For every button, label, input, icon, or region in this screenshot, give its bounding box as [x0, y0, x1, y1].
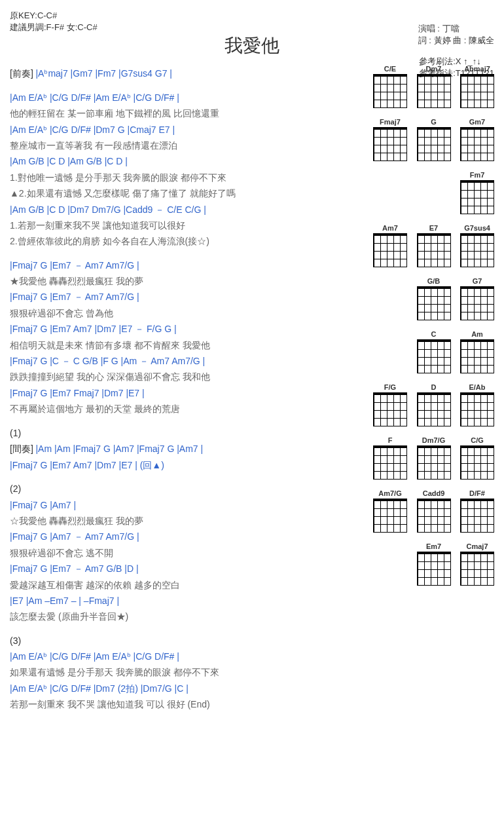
- chord-line: |Fmaj7 G |Am7 － Am7 Am7/G |: [10, 529, 367, 544]
- chord-diagram-name: Am7/G: [373, 489, 407, 497]
- section-2: (2): [10, 481, 367, 496]
- lyric-line: 相信明天就是未來 情節有多壞 都不肯醒來 我愛他: [10, 338, 367, 352]
- chord-diagram: D: [417, 383, 451, 428]
- chord-diagram: F: [373, 436, 407, 481]
- lyric-line: ▲2.如果還有遺憾 又怎麼樣呢 傷了痛了懂了 就能好了嗎: [10, 186, 367, 200]
- lyric-line: 該怎麼去愛 (原曲升半音回★): [10, 609, 367, 624]
- chord-diagram: E7: [417, 224, 451, 269]
- chord-line: |Am E/Aᵇ |C/G D/F# |Am E/Aᵇ |C/G D/F# |: [10, 649, 367, 664]
- section-1: (1): [10, 426, 367, 440]
- chord-diagram: [373, 542, 407, 588]
- chord-diagram-name: C/E: [373, 65, 407, 73]
- chord-diagram-name: Cmaj7: [460, 542, 494, 550]
- chord-diagram: [373, 330, 407, 375]
- chord-line: |Am G/B |C D |Am G/B |C D |: [10, 154, 367, 168]
- chord-diagram: G/B: [417, 277, 451, 322]
- chord-diagram-name: C: [417, 330, 451, 338]
- chord-diagram: C: [417, 330, 451, 375]
- chord-diagram: G7sus4: [460, 224, 494, 269]
- chord-line: |Fmaj7 G |C － C G/B |F G |Am － Am7 Am7/G…: [10, 354, 367, 368]
- fretboard: [373, 499, 407, 533]
- chord-diagrams-panel: C/EDm7Abmaj7Fmaj7GGm7Fm7Am7E7G7sus4G/BG7…: [373, 65, 494, 713]
- chord-line: |E7 |Am –Em7 – | –Fmaj7 |: [10, 594, 367, 608]
- chord-diagram: [373, 277, 407, 322]
- chord-line: |Fmaj7 G |Am7 |: [10, 498, 367, 512]
- singer: 演唱 : 丁噹: [418, 23, 494, 35]
- chord-diagram: G7: [460, 277, 494, 322]
- chord-diagram-name: G/B: [417, 277, 451, 285]
- chord-line: |Fmaj7 G |Em7 Fmaj7 |Dm7 |E7 |: [10, 386, 367, 400]
- fretboard: [417, 499, 451, 533]
- fretboard: [373, 74, 407, 108]
- lyric-line: 他的輕狂留在 某一節車廂 地下鐵裡的風 比回憶還重: [10, 106, 367, 121]
- fretboard: [373, 392, 407, 426]
- chord-diagram-name: E/Ab: [460, 383, 494, 391]
- chord-diagram-name: Fmaj7: [373, 118, 407, 126]
- lyric-line: 若那一刻重來 我不哭 讓他知道我 可以 很好 (End): [10, 697, 367, 711]
- lyric-line: 愛越深越互相傷害 越深的依賴 越多的空白: [10, 578, 367, 592]
- fretboard: [460, 286, 494, 320]
- chord-diagram-name: C/G: [460, 436, 494, 444]
- chord-diagram: C/E: [373, 65, 407, 110]
- composer: 詞 : 黃婷 曲 : 陳威全: [418, 35, 494, 47]
- chord-line: |Am E/Aᵇ |C/G D/F# |Am E/Aᵇ |C/G D/F# |: [10, 90, 367, 105]
- chord-diagram-name: F: [373, 436, 407, 444]
- chord-diagram: Fm7: [460, 171, 494, 216]
- fretboard: [460, 180, 494, 214]
- chord-diagram-name: Am7: [373, 224, 407, 232]
- fretboard: [417, 127, 451, 161]
- lyric-line: 1.對他唯一遺憾 是分手那天 我奔騰的眼淚 都停不下來: [10, 170, 367, 185]
- intro-label: [前奏]: [10, 68, 33, 79]
- chord-diagram: Am7: [373, 224, 407, 269]
- fretboard: [460, 392, 494, 426]
- fretboard: [373, 445, 407, 480]
- chord-line: |Am G/B |C D |Dm7 Dm7/G |Cadd9 － C/E C/G…: [10, 202, 367, 217]
- fretboard: [460, 339, 494, 373]
- intro-chords: |Aᵇmaj7 |Gm7 |Fm7 |G7sus4 G7 |: [35, 68, 172, 79]
- fretboard: [417, 233, 451, 267]
- chord-diagram-name: Am: [460, 330, 494, 338]
- chord-line: |Fmaj7 G |Em7 Am7 |Dm7 |E7 － F/G G |: [10, 322, 367, 336]
- fretboard: [373, 127, 407, 161]
- fretboard: [417, 392, 451, 426]
- chord-line: |Am E/Aᵇ |C/G D/F# |Dm7 G |Cmaj7 E7 |: [10, 123, 367, 137]
- chord-diagram: Em7: [417, 542, 451, 588]
- fretboard: [417, 445, 451, 480]
- fretboard: [417, 552, 451, 586]
- lyric-line: 1.若那一刻重來我不哭 讓他知道我可以很好: [10, 218, 367, 233]
- lyric-line: ★我愛他 轟轟烈烈最瘋狂 我的夢: [10, 274, 367, 288]
- fretboard: [460, 552, 494, 586]
- section-3: (3): [10, 633, 367, 648]
- fretboard: [417, 286, 451, 320]
- chord-diagram: G: [417, 118, 451, 163]
- fretboard: [373, 233, 407, 267]
- chord-diagram-name: G7: [460, 277, 494, 285]
- chord-diagram: Gm7: [460, 118, 494, 163]
- lyric-line: 不再屬於這個地方 最初的天堂 最終的荒唐: [10, 402, 367, 416]
- chord-diagram-name: Fm7: [460, 171, 494, 179]
- chord-diagram-name: G7sus4: [460, 224, 494, 232]
- chord-diagram: Fmaj7: [373, 118, 407, 163]
- chord-diagram-name: F/G: [373, 383, 407, 391]
- chord-line: |Fmaj7 G |Em7 － Am7 G/B |D |: [10, 561, 367, 576]
- original-key: 原KEY:C-C#: [10, 10, 494, 22]
- fretboard: [460, 127, 494, 161]
- chord-diagram-name: D: [417, 383, 451, 391]
- chord-diagram: F/G: [373, 383, 407, 428]
- chord-diagram-name: G: [417, 118, 451, 126]
- chord-diagram: E/Ab: [460, 383, 494, 428]
- chord-diagram: Am: [460, 330, 494, 375]
- chord-diagram-name: E7: [417, 224, 451, 232]
- chord-diagram: D/F#: [460, 489, 494, 535]
- chord-diagram: [417, 171, 451, 216]
- chord-diagram-name: D/F#: [460, 489, 494, 497]
- lyric-line: 整座城市一直等著我 有一段感情還在漂泊: [10, 138, 367, 153]
- interlude-chords: |Am |Am |Fmaj7 G |Am7 |Fmaj7 G |Am7 |: [35, 443, 203, 454]
- chord-diagram-name: Cadd9: [417, 489, 451, 497]
- lyric-line: 如果還有遺憾 是分手那天 我奔騰的眼淚 都停不下來: [10, 665, 367, 679]
- lyric-line: 狠狠碎過卻不會忘 逃不開: [10, 546, 367, 560]
- fretboard: [417, 339, 451, 373]
- chord-line: |Fmaj7 G |Em7 － Am7 Am7/G |: [10, 290, 367, 304]
- lyric-line: 2.曾經依靠彼此的肩膀 如今各自在人海流浪(接☆): [10, 234, 367, 248]
- ref-strum: 參考刷法:X ↑_↑↓: [419, 56, 494, 67]
